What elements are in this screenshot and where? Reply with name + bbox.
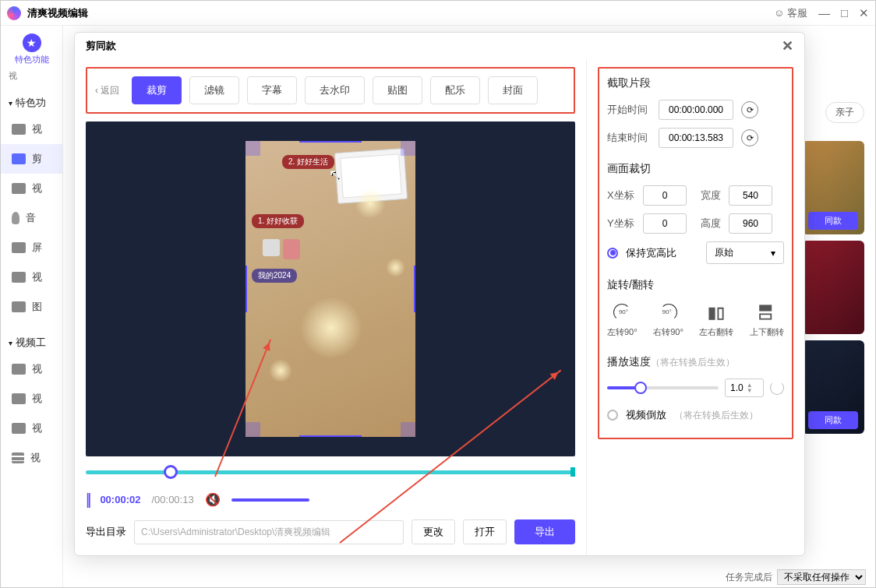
modal-close-icon[interactable]: ✕ <box>782 37 793 55</box>
video-preview[interactable]: ↖ 2. 好好生活 1. 好好收获 我的2024 <box>86 121 575 456</box>
end-time-label: 结束时间 <box>607 131 651 145</box>
nav-text[interactable]: 视 <box>9 70 62 82</box>
set-end-icon[interactable]: ⟳ <box>741 129 758 146</box>
w-input[interactable] <box>729 185 772 206</box>
category-pills: 亲子 <box>825 102 864 123</box>
app-title: 清爽视频编辑 <box>27 6 88 20</box>
tab-subtitle[interactable]: 字幕 <box>247 76 297 104</box>
back-link[interactable]: 返回 <box>95 84 119 97</box>
speed-value-input[interactable]: 1.0▲▼ <box>725 379 764 397</box>
pill-parent[interactable]: 亲子 <box>825 102 864 123</box>
nav-item[interactable]: 视 <box>1 114 62 144</box>
template-thumb[interactable]: 同款 <box>802 340 864 434</box>
flip-v-icon: ▮▯ <box>756 301 778 323</box>
tab-sticker[interactable]: 贴图 <box>373 76 422 104</box>
support-link[interactable]: ☺ 客服 <box>774 6 807 20</box>
modal-right-panel: 截取片段 开始时间 ⟳ 结束时间 ⟳ 画面裁切 X坐标 宽度 <box>586 59 804 555</box>
preview-label: 2. 好好生活 <box>282 155 334 169</box>
feature-button[interactable]: ★ 特色功能 <box>1 33 62 65</box>
minimize-button[interactable]: — <box>818 6 830 19</box>
crop-handle-r[interactable] <box>414 266 415 312</box>
rotate-right-button[interactable]: 右转90° <box>653 301 683 338</box>
h-label: 高度 <box>701 217 724 231</box>
timeline[interactable] <box>86 467 575 477</box>
after-task-select[interactable]: 不采取任何操作 <box>777 569 866 585</box>
nav-item[interactable]: 视 <box>1 443 62 473</box>
tab-cover[interactable]: 封面 <box>488 76 538 104</box>
nav-section-video[interactable]: 视频工 <box>1 331 62 354</box>
section-speed-title: 播放速度（将在转换后生效） <box>607 355 784 369</box>
window-controls: ☺ 客服 — □ ✕ <box>774 6 869 20</box>
reverse-radio[interactable] <box>607 410 618 421</box>
maximize-button[interactable]: □ <box>841 6 848 19</box>
pause-button[interactable]: || <box>86 491 89 509</box>
ratio-select[interactable]: 原始▾ <box>706 241 784 264</box>
nav-item-active[interactable]: 剪 <box>1 144 62 174</box>
nav-icon <box>12 272 26 283</box>
star-icon: ★ <box>23 33 41 52</box>
nav-item[interactable]: 视 <box>1 174 62 203</box>
nav-item[interactable]: 图 <box>1 292 62 322</box>
x-input[interactable] <box>643 185 687 206</box>
crop-handle-tl[interactable] <box>245 141 260 156</box>
reverse-hint: （将在转换后生效） <box>674 409 758 422</box>
keep-ratio-radio[interactable] <box>607 248 618 259</box>
left-nav: ★ 特色功能 视 特色功 视 剪 视 音 屏 视 图 视频工 视 视 视 视 <box>1 26 63 587</box>
volume-slider[interactable] <box>231 498 309 502</box>
h-input[interactable] <box>729 213 772 234</box>
nav-section-feature[interactable]: 特色功 <box>1 91 62 114</box>
preview-decor <box>263 239 280 256</box>
use-template-button[interactable]: 同款 <box>808 411 858 429</box>
export-button[interactable]: 导出 <box>514 519 575 544</box>
tab-row: 返回 裁剪 滤镜 字幕 去水印 贴图 配乐 封面 <box>86 67 575 114</box>
close-button[interactable]: ✕ <box>859 6 869 20</box>
rotate-left-button[interactable]: 左转90° <box>607 301 638 338</box>
set-start-icon[interactable]: ⟳ <box>741 101 758 118</box>
crop-handle-t[interactable] <box>299 141 362 143</box>
open-button[interactable]: 打开 <box>463 519 507 544</box>
start-time-label: 开始时间 <box>607 103 651 117</box>
nav-item[interactable]: 视 <box>1 384 62 414</box>
crop-handle-bl[interactable] <box>245 422 260 437</box>
volume-icon[interactable]: 🔇 <box>205 492 221 507</box>
speed-knob[interactable] <box>634 382 647 394</box>
speed-slider[interactable] <box>607 386 719 389</box>
timeline-handle[interactable] <box>164 465 178 479</box>
change-button[interactable]: 更改 <box>412 519 455 544</box>
timeline-end[interactable] <box>570 467 575 477</box>
template-thumb[interactable] <box>802 241 864 334</box>
tab-filter[interactable]: 滤镜 <box>189 76 239 104</box>
modal-left-panel: 返回 裁剪 滤镜 字幕 去水印 贴图 配乐 封面 ↖ 2. 好好生活 1. 好好… <box>75 59 586 555</box>
nav-item[interactable]: 音 <box>1 203 62 233</box>
crop-handle-b[interactable] <box>299 435 362 437</box>
nav-item[interactable]: 视 <box>1 262 62 292</box>
preview-decor <box>283 239 300 259</box>
nav-item[interactable]: 视 <box>1 414 62 443</box>
crop-handle-tr[interactable] <box>401 141 415 156</box>
flip-h-button[interactable]: ▮▯左右翻转 <box>699 301 733 338</box>
template-thumb[interactable]: 同款 <box>802 141 864 234</box>
tab-crop[interactable]: 裁剪 <box>132 76 182 104</box>
rotate-right-icon <box>660 304 677 321</box>
nav-icon <box>12 301 26 312</box>
nav-item[interactable]: 视 <box>1 354 62 384</box>
settings-box: 截取片段 开始时间 ⟳ 结束时间 ⟳ 画面裁切 X坐标 宽度 <box>598 67 793 439</box>
app-window: 清爽视频编辑 ☺ 客服 — □ ✕ ★ 特色功能 视 特色功 视 剪 视 音 屏… <box>0 0 876 588</box>
reverse-label: 视频倒放 <box>626 408 666 422</box>
end-time-input[interactable] <box>659 128 733 148</box>
flip-v-button[interactable]: ▮▯上下翻转 <box>750 301 784 338</box>
modal-header: 剪同款 ✕ <box>75 33 804 59</box>
preview-decor <box>269 359 292 382</box>
crop-region[interactable]: ↖ 2. 好好生活 1. 好好收获 我的2024 <box>245 141 415 437</box>
start-time-input[interactable] <box>659 100 733 120</box>
spinner-icon[interactable]: ▲▼ <box>747 382 753 393</box>
reset-speed-icon[interactable] <box>770 381 784 395</box>
y-input[interactable] <box>643 213 687 234</box>
use-template-button[interactable]: 同款 <box>808 212 858 230</box>
crop-handle-l[interactable] <box>245 266 247 312</box>
tab-music[interactable]: 配乐 <box>430 76 480 104</box>
nav-item[interactable]: 屏 <box>1 233 62 262</box>
crop-handle-br[interactable] <box>401 422 415 437</box>
tab-watermark[interactable]: 去水印 <box>305 76 365 104</box>
rotate-left-icon <box>613 304 631 321</box>
